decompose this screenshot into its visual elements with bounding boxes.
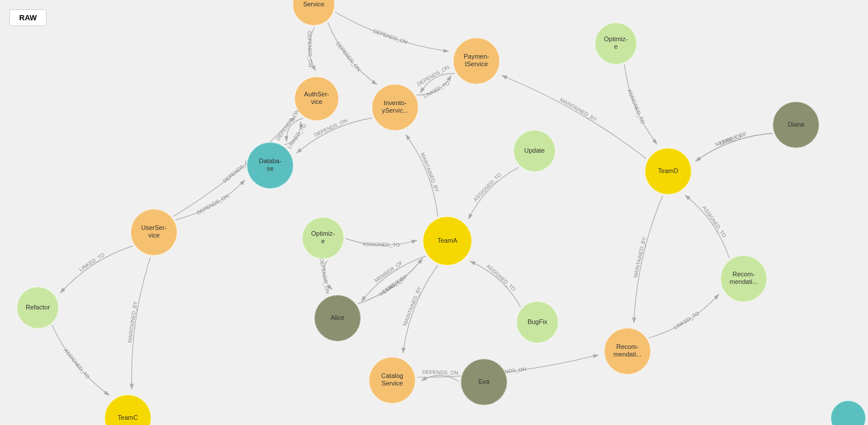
- node-Update[interactable]: Update: [514, 130, 555, 172]
- edge-label: LINKED_TO: [422, 80, 450, 99]
- graph-edge: [403, 265, 437, 354]
- edge-label: DEPENDS_ON: [196, 193, 230, 216]
- graph-edge: [346, 239, 417, 245]
- node-AuthService[interactable]: AuthSer-vice: [295, 77, 339, 121]
- graph-edge: [296, 118, 372, 153]
- svg-point-8: [131, 209, 177, 255]
- edge-label: LINKED_TO: [673, 311, 701, 331]
- svg-point-5: [295, 77, 339, 121]
- svg-point-11: [720, 255, 767, 302]
- node-Optimize1[interactable]: Optimiz-e: [595, 23, 637, 64]
- edge-label: MAINTAINED_BY: [559, 96, 598, 123]
- svg-point-18: [314, 295, 361, 341]
- edge-label: MEMBER_OF: [715, 131, 748, 147]
- svg-point-14: [514, 130, 555, 172]
- node-TealNode[interactable]: [831, 401, 866, 425]
- node-Database[interactable]: Databa-se: [247, 142, 293, 189]
- node-Service1[interactable]: Service: [293, 0, 335, 26]
- svg-point-7: [372, 84, 418, 131]
- node-Optimize2[interactable]: Optimiz-e: [302, 217, 344, 259]
- edge-label: MAINTAINED_BY: [127, 301, 138, 343]
- svg-point-16: [17, 287, 59, 329]
- svg-point-15: [517, 301, 558, 343]
- node-Eva[interactable]: Eva: [461, 359, 507, 405]
- edge-label: ASSIGNED_TO: [701, 205, 727, 239]
- graph-edge: [470, 261, 521, 307]
- edge-label: DEPENDS_ON: [275, 109, 300, 142]
- edge-label: LINKED_TO: [286, 123, 308, 150]
- edge-label: ASSIGNED_TO: [63, 348, 91, 380]
- edge-label: ASSIGNED_TO: [472, 172, 503, 203]
- node-TeamC[interactable]: TeamC: [105, 395, 151, 425]
- edge-label: MEMBER_OF: [374, 260, 404, 283]
- node-InventoryService[interactable]: Invento-yServic...: [372, 84, 418, 131]
- graph-edge: [175, 180, 245, 220]
- graph-container: RAW DEPENDS_ONDEPENDS_ONDEPENDS_ONDEPEND…: [0, 0, 868, 425]
- edge-label: ASSIGNED_TO: [485, 263, 517, 292]
- svg-point-13: [302, 217, 344, 259]
- node-TeamD[interactable]: TeamD: [645, 148, 691, 195]
- graph-edge: [695, 134, 773, 161]
- graph-edge: [685, 195, 730, 258]
- edge-label: LEAD_OF: [382, 276, 405, 294]
- node-Alice[interactable]: Alice: [314, 295, 361, 341]
- node-TeamA[interactable]: TeamA: [423, 217, 472, 265]
- node-UserService[interactable]: UserSer-vice: [131, 209, 177, 255]
- node-BugFix[interactable]: BugFix: [517, 301, 558, 343]
- graph-edge: [634, 196, 663, 323]
- edge-label: LINKED_TO: [78, 252, 105, 273]
- raw-button[interactable]: RAW: [9, 9, 46, 26]
- edge-label: DEPENDS_ON: [318, 258, 331, 294]
- svg-point-17: [293, 0, 335, 26]
- graph-edge: [328, 23, 377, 85]
- node-RecommendatiA[interactable]: Recom-mendati...: [604, 328, 651, 374]
- svg-point-10: [604, 328, 651, 374]
- edge-label: MEMBER_OF: [378, 273, 409, 297]
- edge-label: DEPENDS_ON: [422, 369, 458, 376]
- graph-edge: [406, 135, 437, 217]
- node-RecommendatiB[interactable]: Recom-mendati...: [720, 255, 767, 302]
- graph-edge: [358, 258, 422, 304]
- edge-label: ASSIGNED_TO: [626, 88, 645, 125]
- graph-edge: [468, 167, 519, 219]
- graph-edge: [309, 27, 315, 71]
- edge-label: MAINTAINED_BY: [402, 286, 423, 326]
- graph-edge: [417, 355, 599, 377]
- graph-edge: [60, 246, 133, 293]
- graph-edge: [358, 258, 422, 304]
- svg-point-19: [461, 359, 507, 405]
- graph-edge: [132, 257, 150, 390]
- graph-edge: [52, 325, 110, 395]
- node-Diana[interactable]: Diana: [773, 102, 819, 148]
- edge-label: DEPENDS_ON: [372, 28, 408, 45]
- graph-edge: [695, 134, 773, 161]
- svg-point-9: [369, 357, 415, 404]
- svg-point-20: [773, 102, 819, 148]
- edge-label: MAINTAINED_BY: [419, 152, 440, 193]
- edge-label: DEPENDS_ON: [306, 31, 313, 67]
- graph-edge: [648, 294, 719, 338]
- node-Refactor[interactable]: Refactor: [17, 287, 59, 329]
- svg-point-6: [453, 38, 500, 84]
- svg-point-3: [105, 395, 151, 425]
- graph-svg: DEPENDS_ONDEPENDS_ONDEPENDS_ONDEPENDS_ON…: [0, 0, 868, 425]
- graph-edge: [625, 64, 657, 145]
- svg-point-4: [247, 142, 293, 189]
- graph-edge: [335, 12, 449, 52]
- svg-point-1: [423, 217, 472, 265]
- svg-point-2: [645, 148, 691, 195]
- svg-point-21: [831, 401, 866, 425]
- svg-point-12: [595, 23, 637, 64]
- graph-edge: [361, 256, 426, 301]
- node-CatalogService[interactable]: CatalogService: [369, 357, 415, 404]
- node-PaymentService[interactable]: Paymen-tService: [453, 38, 500, 84]
- graph-edge: [324, 260, 332, 289]
